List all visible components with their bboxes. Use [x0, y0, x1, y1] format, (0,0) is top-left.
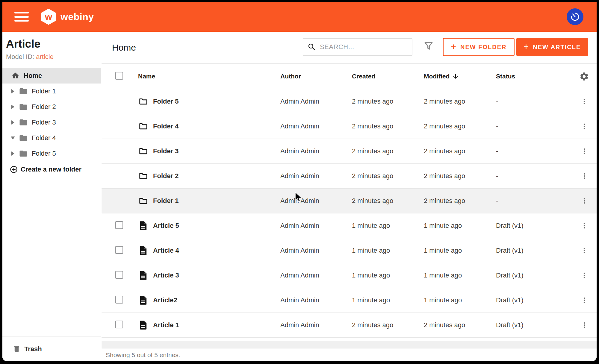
folder-caret-icon[interactable] [11, 151, 15, 156]
kebab-menu-icon [580, 271, 589, 280]
cell-author: Admin Admin [280, 197, 352, 205]
folder-icon [138, 97, 148, 106]
folder-icon [19, 118, 28, 127]
folder-caret-icon[interactable] [11, 120, 15, 125]
select-all-checkbox[interactable] [115, 72, 123, 80]
document-icon [139, 246, 147, 255]
sidebar-item-label: Home [24, 72, 42, 80]
sidebar-item-folder[interactable]: Folder 5 [2, 146, 101, 161]
filter-funnel-icon [423, 40, 435, 52]
table-row[interactable]: Article 4 Admin Admin 1 minute ago 1 min… [102, 238, 597, 263]
table-row[interactable]: Folder 4 Admin Admin 2 minutes ago 2 min… [102, 114, 597, 139]
column-header-author[interactable]: Author [280, 73, 352, 80]
cell-modified: 1 minute ago [424, 222, 496, 230]
table-settings-button[interactable] [579, 72, 589, 81]
cell-name[interactable]: Article 1 [153, 321, 179, 329]
column-header-status[interactable]: Status [496, 73, 570, 80]
row-actions-button[interactable] [580, 221, 589, 230]
table-row[interactable]: Article 5 Admin Admin 1 minute ago 1 min… [102, 213, 597, 238]
cell-name[interactable]: Folder 2 [153, 172, 179, 180]
row-actions-button[interactable] [580, 321, 589, 330]
cell-name[interactable]: Article 3 [153, 272, 179, 279]
gear-icon [579, 72, 589, 81]
cell-author: Admin Admin [280, 272, 352, 279]
folder-icon [19, 102, 28, 111]
new-folder-button[interactable]: + NEW FOLDER [443, 38, 515, 56]
cell-created: 2 minutes ago [352, 122, 424, 130]
table-row[interactable]: Article 3 Admin Admin 1 minute ago 1 min… [102, 263, 597, 288]
folder-icon [138, 196, 148, 205]
create-folder-button[interactable]: Create a new folder [2, 162, 81, 177]
cell-modified: 1 minute ago [424, 272, 496, 279]
folder-tree: Home Folder 1 Folder 2 Folder 3 Folder 4 [2, 68, 101, 161]
entries-count-footer: Showing 5 out of 5 entries. [102, 348, 597, 361]
row-actions-button[interactable] [580, 296, 589, 305]
trash-button[interactable]: Trash [2, 336, 101, 361]
webiny-logo-icon[interactable]: w [41, 9, 56, 25]
sidebar-item-folder[interactable]: Folder 2 [2, 99, 101, 115]
user-avatar[interactable] [567, 8, 583, 25]
folder-caret-icon[interactable] [11, 105, 15, 109]
search-input[interactable] [320, 43, 412, 51]
table-row[interactable]: Article2 Admin Admin 1 minute ago 1 minu… [102, 288, 597, 313]
circle-plus-icon [10, 165, 18, 174]
cell-name[interactable]: Article 5 [153, 222, 179, 230]
table-row[interactable]: Folder 5 Admin Admin 2 minutes ago 2 min… [102, 89, 597, 114]
row-actions-button[interactable] [580, 122, 589, 131]
sidebar-item-folder[interactable]: Folder 3 [2, 115, 101, 130]
kebab-menu-icon [580, 97, 589, 106]
row-actions-button[interactable] [580, 172, 589, 181]
new-article-button[interactable]: + NEW ARTICLE [516, 38, 588, 56]
row-actions-button[interactable] [580, 97, 589, 106]
sidebar-header: Article Model ID: article [2, 32, 101, 61]
sidebar-item-folder[interactable]: Folder 1 [2, 84, 101, 99]
cell-name[interactable]: Article 4 [153, 247, 179, 254]
cell-name[interactable]: Folder 1 [153, 197, 179, 205]
kebab-menu-icon [580, 147, 589, 156]
cell-created: 2 minutes ago [352, 197, 424, 205]
row-checkbox[interactable] [115, 221, 123, 229]
row-checkbox[interactable] [115, 321, 123, 328]
row-actions-button[interactable] [580, 271, 589, 280]
cell-name[interactable]: Folder 4 [153, 122, 179, 130]
folder-item-label: Folder 1 [32, 87, 56, 95]
row-checkbox[interactable] [115, 246, 123, 254]
model-id: Model ID: article [6, 53, 97, 61]
menu-icon[interactable] [14, 12, 29, 22]
filter-button[interactable] [423, 40, 435, 53]
cell-name[interactable]: Article2 [153, 296, 177, 304]
column-header-created[interactable]: Created [352, 73, 424, 80]
cell-status: - [496, 197, 570, 205]
folder-icon [138, 172, 148, 181]
column-header-modified-label: Modified [424, 73, 450, 80]
table-row[interactable]: Article 1 Admin Admin 2 minutes ago 2 mi… [102, 313, 597, 338]
row-actions-button[interactable] [580, 196, 589, 205]
kebab-menu-icon [580, 196, 589, 205]
table-row[interactable]: Folder 1 Admin Admin 2 minutes ago 2 min… [102, 189, 597, 213]
folder-item-label: Folder 3 [32, 119, 56, 126]
table-row[interactable]: Folder 3 Admin Admin 2 minutes ago 2 min… [102, 139, 597, 164]
folder-icon [138, 122, 148, 131]
app-window: w webiny Article Model ID: article Home [2, 2, 597, 361]
folder-caret-icon[interactable] [11, 89, 15, 93]
cell-author: Admin Admin [280, 222, 352, 230]
table-row[interactable]: Folder 2 Admin Admin 2 minutes ago 2 min… [102, 164, 597, 189]
row-checkbox[interactable] [115, 296, 123, 304]
search-icon [307, 43, 316, 51]
cell-status: - [496, 147, 570, 155]
sidebar: Article Model ID: article Home Folder 1 … [2, 32, 101, 361]
folder-caret-icon[interactable] [11, 136, 15, 139]
cell-status: Draft (v1) [496, 222, 570, 230]
column-header-modified[interactable]: Modified [424, 73, 496, 80]
cell-status: Draft (v1) [496, 247, 570, 254]
cell-name[interactable]: Folder 3 [153, 147, 179, 155]
sidebar-item-home[interactable]: Home [2, 68, 101, 84]
column-header-name[interactable]: Name [134, 73, 280, 80]
entries-count-text: Showing 5 out of 5 entries. [106, 351, 180, 359]
cell-created: 2 minutes ago [352, 321, 424, 329]
sidebar-item-folder[interactable]: Folder 4 [2, 130, 101, 146]
cell-name[interactable]: Folder 5 [153, 98, 179, 105]
row-actions-button[interactable] [580, 246, 589, 255]
row-checkbox[interactable] [115, 271, 123, 279]
row-actions-button[interactable] [580, 147, 589, 156]
